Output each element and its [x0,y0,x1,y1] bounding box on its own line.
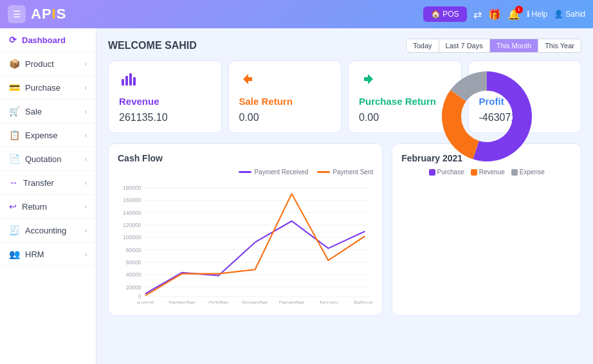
welcome-title: WELCOME SAHID [108,40,197,51]
svg-text:60000: 60000 [126,259,141,266]
chevron-icon: ‹ [85,227,87,234]
svg-text:100000: 100000 [123,234,141,241]
svg-text:August: August [137,300,154,304]
purchase-icon: 💳 [9,82,20,93]
logo-highlight: I [52,6,57,22]
svg-text:20000: 20000 [126,284,141,291]
transfer-icon: ↔ [9,177,18,188]
chevron-icon: ‹ [85,179,87,187]
sale-return-value: 0.00 [239,112,259,123]
svg-text:80000: 80000 [126,247,141,253]
donut-label-expense: Expense [520,168,545,176]
accounting-icon: 🧾 [9,225,20,235]
svg-text:January: January [318,300,338,304]
sidebar-label-expense: Expense [25,131,58,140]
legend-received-label: Payment Received [254,168,308,176]
sidebar-item-hrm[interactable]: 👥 HRM ‹ [0,242,96,266]
legend-received: Payment Received [239,168,308,176]
legend-sent-label: Payment Sent [333,168,373,176]
svg-text:October: October [208,300,228,304]
date-filter-group: Today Last 7 Days This Month This Year [406,39,581,53]
sidebar-item-expense[interactable]: 📋 Expense ‹ [0,123,96,147]
purchase-return-value: 0.00 [359,112,379,123]
sidebar: ⟳ Dashboard 📦 Product ‹ 💳 Purchase ‹ 🛒 S… [0,28,96,364]
sidebar-item-dashboard[interactable]: ⟳ Dashboard [0,28,96,52]
donut-legend-purchase: Purchase [429,168,464,176]
cashflow-legend: Payment Received Payment Sent [118,168,373,176]
sale-icon: 🛒 [9,106,20,116]
legend-sent: Payment Sent [317,168,373,176]
logo: APIS [31,6,66,23]
purchase-return-icon [359,70,377,92]
cashflow-chart-card: Cash Flow Payment Received Payment Sent … [108,143,383,316]
bell-icon[interactable]: 🔔 1 [507,8,520,21]
chevron-icon: ‹ [85,84,87,91]
sidebar-label-accounting: Accounting [25,226,66,235]
sidebar-label-quotation: Quotation [25,154,61,164]
cashflow-title: Cash Flow [118,153,373,163]
donut-dot-purchase [429,169,435,176]
filter-this-month[interactable]: This Month [490,39,538,52]
donut-legend-expense: Expense [511,168,545,176]
svg-rect-0 [122,79,124,86]
sidebar-label-return: Return [22,202,47,212]
svg-text:0: 0 [138,293,141,300]
svg-rect-1 [125,76,128,86]
sidebar-item-quotation[interactable]: 📄 Quotation ‹ [0,147,96,171]
svg-text:160000: 160000 [123,197,141,203]
cashflow-svg: 180000 160000 140000 120000 100000 80000… [118,179,373,304]
svg-text:December: December [279,300,305,304]
sidebar-item-accounting[interactable]: 🧾 Accounting ‹ [0,219,96,242]
header: ☰ APIS 🏠 POS ⇄ 🎁 🔔 1 ℹ Help 👤 Sahid [0,0,593,28]
chevron-icon: ‹ [85,203,87,210]
help-button[interactable]: ℹ Help [527,10,548,19]
donut-chart-card: February 2021 Purchase Revenue Expense [392,143,581,316]
sidebar-item-product[interactable]: 📦 Product ‹ [0,52,96,76]
filter-this-year[interactable]: This Year [538,39,581,52]
chevron-icon: ‹ [85,60,87,68]
welcome-bar: WELCOME SAHID Today Last 7 Days This Mon… [108,39,581,53]
revenue-icon [119,70,137,92]
connect-icon[interactable]: ⇄ [473,8,482,21]
dashboard-icon: ⟳ [9,35,17,45]
quotation-icon: 📄 [9,154,20,164]
gift-icon[interactable]: 🎁 [488,8,501,21]
hamburger-button[interactable]: ☰ [8,5,26,23]
sidebar-item-return[interactable]: ↩ Return ‹ [0,195,96,219]
product-icon: 📦 [9,59,20,69]
sidebar-label-hrm: HRM [25,250,44,259]
stat-card-sale-return: Sale Return 0.00 [228,60,342,133]
header-right: 🏠 POS ⇄ 🎁 🔔 1 ℹ Help 👤 Sahid [423,6,585,22]
user-menu[interactable]: 👤 Sahid [554,10,585,19]
header-logo: ☰ APIS [8,5,66,23]
svg-text:February: February [354,300,373,304]
main-content: WELCOME SAHID Today Last 7 Days This Mon… [96,28,593,364]
charts-row: Cash Flow Payment Received Payment Sent … [108,143,581,316]
legend-received-dot [239,171,251,173]
donut-label-revenue: Revenue [479,168,505,176]
hrm-icon: 👥 [9,249,20,259]
layout: ⟳ Dashboard 📦 Product ‹ 💳 Purchase ‹ 🛒 S… [0,28,593,364]
donut-dot-expense [511,169,518,176]
user-label: Sahid [565,10,585,19]
sidebar-item-sale[interactable]: 🛒 Sale ‹ [0,100,96,123]
svg-text:140000: 140000 [123,210,141,216]
svg-text:180000: 180000 [123,185,141,191]
pos-button[interactable]: 🏠 POS [423,6,467,22]
sidebar-item-transfer[interactable]: ↔ Transfer ‹ [0,171,96,195]
sidebar-label-dashboard: Dashboard [22,35,66,45]
svg-text:November: November [242,300,268,304]
sidebar-item-purchase[interactable]: 💳 Purchase ‹ [0,76,96,100]
donut-legend-revenue: Revenue [471,168,505,176]
svg-text:120000: 120000 [123,222,141,228]
filter-today[interactable]: Today [406,39,439,52]
chevron-icon: ‹ [85,108,87,115]
revenue-value: 261135.10 [119,112,168,123]
svg-text:40000: 40000 [126,271,141,278]
sidebar-label-sale: Sale [25,107,42,116]
notification-badge: 1 [515,6,523,14]
filter-last7[interactable]: Last 7 Days [439,39,490,52]
chevron-icon: ‹ [85,156,87,163]
return-icon: ↩ [9,201,17,212]
sidebar-label-product: Product [25,59,54,69]
